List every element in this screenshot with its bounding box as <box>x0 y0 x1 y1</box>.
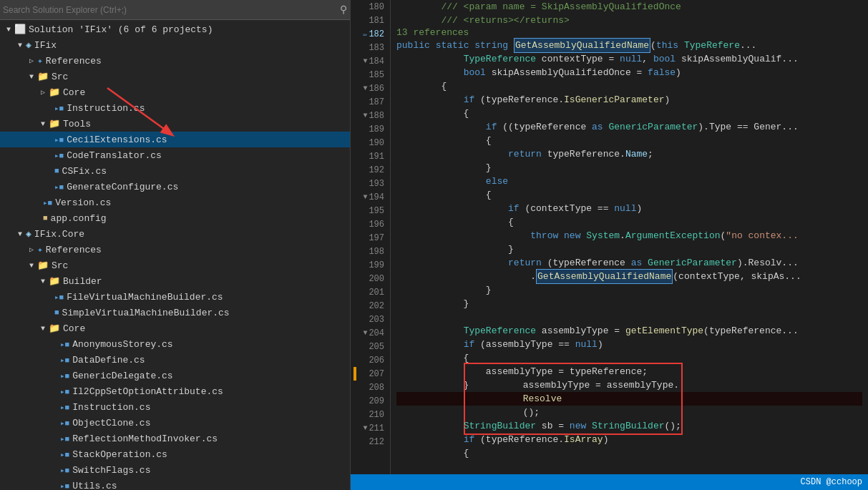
method-highlight-199: GetAssemblyQualifiedName <box>536 269 673 284</box>
ln-193: 193 <box>353 177 387 190</box>
ifixcore-builder-label: Builder <box>63 276 102 287</box>
ln-185: 185 <box>353 68 387 82</box>
ifixcore-il2cpp[interactable]: ▸■ Il2CppSetOptionAttribute.cs <box>0 383 350 399</box>
ifixcore-refmeth-label: ReflectionMethodInvoker.cs <box>72 433 218 444</box>
ifix-tools-icon: 📁 <box>49 118 60 129</box>
ifix-csfix[interactable]: ■ CSFix.cs <box>0 163 350 179</box>
ifix-codetrans[interactable]: ▸■ CodeTranslator.cs <box>0 147 350 163</box>
search-input[interactable] <box>3 5 340 15</box>
ifix-instr-icon: ▸■ <box>54 104 64 113</box>
ifixcore-label: IFix.Core <box>34 229 84 240</box>
ifixcore-refmeth[interactable]: ▸■ ReflectionMethodInvoker.cs <box>0 431 350 446</box>
collapse-211-icon[interactable]: ▼ <box>363 424 367 432</box>
ifix-references[interactable]: ▷ ✦ References <box>0 53 350 69</box>
code-line-200: } <box>396 283 862 297</box>
ifixcore-instr[interactable]: ▸■ Instruction.cs <box>0 399 350 415</box>
ln-188: ▼188 <box>353 109 387 122</box>
ln-182: ✏182 <box>353 27 387 41</box>
ln-192: 192 <box>353 163 387 177</box>
ifixcore-switchflags-icon: ▸■ <box>60 466 69 475</box>
collapse-204-icon[interactable]: ▼ <box>363 329 367 337</box>
ifix-project[interactable]: ▼ ◈ IFix <box>0 37 350 53</box>
code-line-195: { <box>396 215 862 229</box>
ifix-src[interactable]: ▼ 📁 Src <box>0 69 350 84</box>
ifix-cecilext[interactable]: ▸■ CecilExtensions.cs <box>0 132 350 147</box>
ln-200: 200 <box>353 272 387 285</box>
code-editor: 180 181 ✏182 183 ▼184 185 ▼186 187 ▼188 … <box>351 0 868 490</box>
search-bar[interactable]: ⚲ <box>0 0 350 20</box>
ifix-appconfig[interactable]: ■ app.config <box>0 210 350 226</box>
ifixcore-core[interactable]: ▼ 📁 Core <box>0 320 350 336</box>
ln-201: 201 <box>353 285 387 299</box>
solution-icon: ⬜ <box>14 24 26 35</box>
ifixcore-datadef-icon: ▸■ <box>60 356 69 365</box>
ln-205: 205 <box>353 340 387 353</box>
code-line-199: . GetAssemblyQualifiedName (contextType,… <box>396 270 862 283</box>
ifix-tools[interactable]: ▼ 📁 Tools <box>0 116 350 132</box>
collapse-188-icon[interactable]: ▼ <box>363 112 367 119</box>
ifixcore-gendel[interactable]: ▸■ GenericDelegate.cs <box>0 368 350 383</box>
ifix-version[interactable]: ▸■ Version.cs <box>0 195 350 210</box>
ln-212: 212 <box>353 435 387 449</box>
ifixcore-builder[interactable]: ▼ 📁 Builder <box>0 273 350 289</box>
ifix-genconf[interactable]: ▸■ GenerateConfigure.cs <box>0 179 350 195</box>
ifix-codetrans-label: CodeTranslator.cs <box>67 150 162 161</box>
collapse-186-icon[interactable]: ▼ <box>363 84 367 92</box>
ifixcore-filevmb[interactable]: ▸■ FileVirtualMachineBuilder.cs <box>0 289 350 305</box>
ifixcore-anon[interactable]: ▸■ AnonymousStorey.cs <box>0 336 350 352</box>
ifixcore-utils[interactable]: ▸■ Utils.cs <box>0 478 350 490</box>
ln-189: 189 <box>353 122 387 136</box>
code-line-186: if (typeReference. IsGenericParameter ) <box>396 93 862 107</box>
ifixcore-src[interactable]: ▼ 📁 Src <box>0 258 350 273</box>
ifix-instruction[interactable]: ▸■ Instruction.cs <box>0 100 350 116</box>
ifixcore-simplevmb-icon: ■ <box>54 308 59 317</box>
ifix-csfix-icon: ■ <box>54 167 59 175</box>
ifixcore-simplevmb[interactable]: ■ SimpleVirtualMachineBuilder.cs <box>0 305 350 320</box>
ifixcore-core-icon: 📁 <box>49 323 60 334</box>
code-line-190: return typeReference. Name ; <box>396 147 862 161</box>
code-content: /// <param name = SkipAssemblyQualifiedO… <box>391 0 868 474</box>
ifix-cecilext-icon: ▸■ <box>54 135 64 144</box>
ifixcore-refs-label: References <box>46 245 102 255</box>
ifixcore-builder-arrow: ▼ <box>37 278 49 285</box>
code-line-184: bool skipAssemblyQualifiedOnce = false ) <box>396 66 862 79</box>
ifix-genconf-label: GenerateConfigure.cs <box>67 182 178 192</box>
solution-node[interactable]: ▼ ⬜ Solution 'IFix' (6 of 6 projects) <box>0 21 350 37</box>
ln-199: 199 <box>353 258 387 272</box>
ifixcore-switchflags[interactable]: ▸■ SwitchFlags.cs <box>0 462 350 478</box>
ifix-refs-arrow: ▷ <box>26 57 37 65</box>
ln-190: 190 <box>353 136 387 150</box>
ifixcore-objclone[interactable]: ▸■ ObjectClone.cs <box>0 415 350 431</box>
ifixcore-datadef[interactable]: ▸■ DataDefine.cs <box>0 352 350 368</box>
method-highlight-182: GetAssemblyQualifiedName <box>514 38 650 53</box>
collapse-184-icon[interactable]: ▼ <box>363 57 367 65</box>
ifixcore-builder-icon: 📁 <box>49 275 60 287</box>
code-line-193: { <box>396 188 862 202</box>
ifixcore-references[interactable]: ▷ ✦ References <box>0 242 350 258</box>
ifixcore-stackop[interactable]: ▸■ StackOperation.cs <box>0 446 350 462</box>
ln-203: 203 <box>353 313 387 326</box>
code-line-197: } <box>396 242 862 256</box>
ln-204: ▼204 <box>353 326 387 340</box>
ifix-refs-label: References <box>46 56 102 67</box>
ifixcore-objclone-icon: ▸■ <box>60 418 69 428</box>
ifixcore-icon: ◈ <box>26 228 31 240</box>
code-line-201: } <box>396 297 862 310</box>
ifix-tools-arrow: ▼ <box>37 120 49 128</box>
collapse-194-icon[interactable]: ▼ <box>363 193 367 201</box>
ifixcore-il2cpp-icon: ▸■ <box>60 387 69 396</box>
ifix-appconfig-label: app.config <box>51 213 107 224</box>
ifixcore-utils-label: Utils.cs <box>72 481 117 491</box>
ifixcore-src-arrow: ▼ <box>26 262 37 270</box>
ifixcore-stackop-icon: ▸■ <box>60 450 69 459</box>
ifixcore-objclone-label: ObjectClone.cs <box>72 418 150 428</box>
search-icon[interactable]: ⚲ <box>340 4 347 16</box>
ifix-core[interactable]: ▷ 📁 Core <box>0 84 350 100</box>
ifixcore-project[interactable]: ▼ ◈ IFix.Core <box>0 226 350 242</box>
code-line-209 <box>396 406 862 419</box>
ifixcore-core-label: Core <box>63 323 85 334</box>
ifixcore-utils-icon: ▸■ <box>60 481 69 491</box>
edit-pencil-icon: ✏ <box>363 30 367 39</box>
code-line-187: { <box>396 107 862 120</box>
ln-211: ▼211 <box>353 421 387 435</box>
